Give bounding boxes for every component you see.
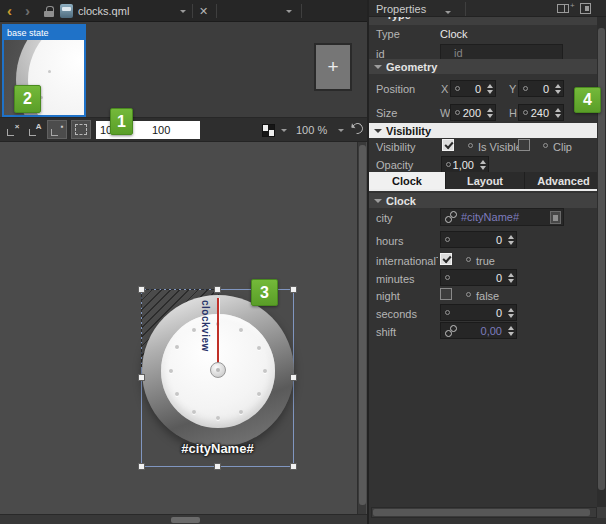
spinner-arrows[interactable] xyxy=(505,235,516,245)
hour-mark xyxy=(192,328,196,332)
city-label: city xyxy=(376,212,393,224)
type-value: Clock xyxy=(440,28,468,40)
city-input[interactable]: #cityName# xyxy=(440,208,564,226)
seconds-spinbox[interactable]: 0 xyxy=(440,304,517,321)
position-y-spinbox[interactable]: 0 xyxy=(518,80,564,97)
close-icon: ✕ xyxy=(199,5,208,18)
tab-advanced[interactable]: Advanced xyxy=(525,172,603,189)
spinner-arrows[interactable] xyxy=(505,273,516,283)
canvas-vertical-scrollbar[interactable] xyxy=(357,142,366,514)
section-geometry[interactable]: Geometry xyxy=(369,59,597,74)
properties-horizontal-scrollbar[interactable] xyxy=(371,507,597,518)
document-selector-dropdown[interactable] xyxy=(180,0,186,22)
scrollbar-thumb[interactable] xyxy=(373,509,590,516)
no-snapping-button[interactable]: × xyxy=(3,120,23,139)
is-visible-checkbox[interactable] xyxy=(442,139,454,151)
shift-spinbox[interactable]: 0,00 xyxy=(440,322,517,339)
minutes-spinbox[interactable]: 0 xyxy=(440,269,517,286)
canvas-color-button[interactable] xyxy=(262,124,275,137)
binding-link-icon[interactable] xyxy=(444,325,457,337)
canvas-color-dropdown[interactable] xyxy=(281,119,287,141)
scrollbar-thumb[interactable] xyxy=(359,145,366,505)
add-state-button[interactable]: + xyxy=(314,43,352,91)
h-label: H xyxy=(509,107,517,119)
divider xyxy=(465,2,466,16)
divider xyxy=(216,4,217,18)
form-editor-canvas[interactable]: clockview #cityName# xyxy=(0,142,367,514)
canvas-horizontal-scrollbar[interactable] xyxy=(0,514,367,524)
clip-label: Clip xyxy=(553,141,572,153)
reset-view-button[interactable] xyxy=(350,121,365,136)
hours-spinbox[interactable]: 0 xyxy=(440,231,517,248)
binding-indicator[interactable] xyxy=(543,143,548,148)
hour-mark xyxy=(257,392,261,396)
opacity-spinbox[interactable]: 1,00 xyxy=(441,156,489,173)
back-button[interactable]: ‹ xyxy=(7,0,12,22)
size-h-spinbox[interactable]: 240 xyxy=(518,104,564,121)
hour-mark xyxy=(169,369,173,373)
snap-margins-icon: ▪ xyxy=(51,124,64,136)
show-bounding-rects-button[interactable] xyxy=(71,120,91,139)
section-clock[interactable]: Clock xyxy=(369,193,597,208)
binding-indicator[interactable] xyxy=(466,292,471,297)
tab-layout[interactable]: Layout xyxy=(446,172,525,189)
override-height-input[interactable] xyxy=(148,121,200,139)
qt-design-studio-window: ‹ › clocks.qml ✕ base state + × A xyxy=(0,0,606,524)
scrollbar-thumb[interactable] xyxy=(171,517,200,523)
type-label: Type xyxy=(376,28,400,40)
size-label: Size xyxy=(376,107,397,119)
close-document-button[interactable]: ✕ xyxy=(199,0,208,22)
section-visibility[interactable]: Visibility xyxy=(369,123,597,138)
spinner-arrows[interactable] xyxy=(552,108,563,118)
spinner-arrows[interactable] xyxy=(552,84,563,94)
resize-handle-top-right[interactable] xyxy=(290,286,297,293)
section-type-clipped[interactable]: Type xyxy=(369,17,597,25)
binding-link-icon[interactable] xyxy=(444,211,457,223)
binding-indicator[interactable] xyxy=(466,257,471,262)
dock-window-icon[interactable] xyxy=(580,3,591,14)
text-edit-button[interactable] xyxy=(550,211,561,224)
snap-to-anchors-button[interactable]: A xyxy=(25,120,45,139)
tab-underline xyxy=(369,189,603,191)
spinner-arrows[interactable] xyxy=(484,108,495,118)
resize-handle-top-left[interactable] xyxy=(138,286,145,293)
resize-handle-top[interactable] xyxy=(214,286,221,293)
secondary-dropdown[interactable] xyxy=(286,0,292,22)
document-toolbar: ‹ › clocks.qml ✕ xyxy=(0,0,367,22)
hour-mark xyxy=(192,410,196,414)
spinner-arrows[interactable] xyxy=(484,84,495,94)
tab-clock[interactable]: Clock xyxy=(369,172,446,189)
snap-with-margins-button[interactable]: ▪ xyxy=(47,120,67,139)
resize-handle-left[interactable] xyxy=(138,374,145,381)
scrollbar-corner xyxy=(597,507,606,518)
resize-handle-bottom-left[interactable] xyxy=(138,463,145,470)
position-label: Position xyxy=(376,83,415,95)
triangle-icon xyxy=(374,199,382,207)
spinner-arrows[interactable] xyxy=(477,160,488,170)
zoom-dropdown[interactable] xyxy=(338,119,344,141)
position-x-spinbox[interactable]: 0 xyxy=(450,80,496,97)
binding-indicator[interactable] xyxy=(468,143,473,148)
spinner-arrows[interactable] xyxy=(505,308,516,318)
clip-checkbox[interactable] xyxy=(518,139,530,151)
resize-handle-bottom-right[interactable] xyxy=(290,463,297,470)
size-w-spinbox[interactable]: 200 xyxy=(450,104,496,121)
zoom-level: 100 % xyxy=(296,124,327,136)
forward-chevron-icon: › xyxy=(25,1,30,21)
forward-button[interactable]: › xyxy=(25,0,30,22)
lock-button[interactable] xyxy=(44,0,54,22)
night-checkbox[interactable] xyxy=(440,288,452,300)
spinner-arrows[interactable] xyxy=(505,326,516,336)
file-type-icon xyxy=(60,0,73,22)
resize-handle-bottom[interactable] xyxy=(214,463,221,470)
document-tab[interactable]: clocks.qml xyxy=(78,0,129,22)
international-time-checkbox[interactable] xyxy=(440,253,452,265)
hours-label: hours xyxy=(376,235,404,247)
international-time-label: internationalTi... xyxy=(376,255,438,267)
chevron-down-icon xyxy=(180,10,186,16)
split-view-icon[interactable] xyxy=(557,4,569,13)
triangle-icon xyxy=(374,17,382,21)
city-name-text: #cityName# xyxy=(141,441,294,456)
resize-handle-right[interactable] xyxy=(290,374,297,381)
chevron-down-icon xyxy=(281,129,287,135)
